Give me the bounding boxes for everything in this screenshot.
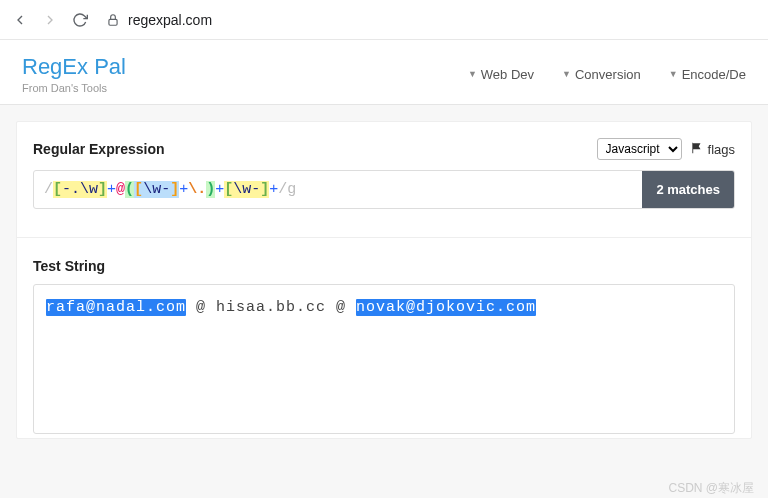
regex-delim-open: /	[44, 181, 53, 198]
divider	[17, 237, 751, 238]
test-text: @ hisaa.bb.cc @	[186, 299, 356, 316]
back-icon[interactable]	[12, 12, 28, 28]
main-panel: Regular Expression Javascript flags / [-…	[16, 121, 752, 439]
caret-down-icon: ▼	[669, 69, 678, 79]
tok-charclass: \w-	[233, 181, 260, 198]
tok-group-close: )	[206, 181, 215, 198]
tok-bracket-open: [	[134, 181, 143, 198]
svg-rect-0	[109, 19, 117, 25]
tok-bracket-open: [	[224, 181, 233, 198]
regex-controls: Javascript flags	[597, 138, 735, 160]
forward-icon[interactable]	[42, 12, 58, 28]
tok-charclass: -.\w	[62, 181, 98, 198]
caret-down-icon: ▼	[468, 69, 477, 79]
regex-flag: g	[287, 181, 296, 198]
tok-bracket-close: ]	[98, 181, 107, 198]
nav-conversion[interactable]: ▼Conversion	[562, 67, 641, 82]
caret-down-icon: ▼	[562, 69, 571, 79]
tok-escape-dot: \.	[188, 181, 206, 198]
tok-quantifier: +	[107, 181, 116, 198]
nav-encode[interactable]: ▼Encode/De	[669, 67, 746, 82]
tok-literal-at: @	[116, 181, 125, 198]
test-string-input[interactable]: rafa@nadal.com @ hisaa.bb.cc @ novak@djo…	[33, 284, 735, 434]
regex-title: Regular Expression	[33, 141, 165, 157]
test-section-head: Test String	[33, 258, 735, 274]
lock-icon	[106, 13, 120, 27]
tok-group-open: (	[125, 181, 134, 198]
logo-block[interactable]: RegEx Pal From Dan's Tools	[22, 54, 126, 94]
tok-bracket-open: [	[53, 181, 62, 198]
url-bar[interactable]: regexpal.com	[102, 12, 756, 28]
tok-charclass: \w-	[143, 181, 170, 198]
tok-quantifier: +	[179, 181, 188, 198]
top-nav: ▼Web Dev ▼Conversion ▼Encode/De	[468, 67, 746, 82]
tok-quantifier: +	[269, 181, 278, 198]
flags-toggle[interactable]: flags	[690, 141, 735, 158]
matches-badge[interactable]: 2 matches	[642, 171, 734, 208]
regex-delim-close: /	[278, 181, 287, 198]
regex-row: / [-.\w] + @ ([\w-]+\.) + [\w-] + /g 2 m…	[33, 170, 735, 209]
regex-section-head: Regular Expression Javascript flags	[33, 138, 735, 160]
browser-toolbar: regexpal.com	[0, 0, 768, 40]
match-highlight: novak@djokovic.com	[356, 299, 536, 316]
flag-icon	[690, 141, 704, 158]
tok-quantifier: +	[215, 181, 224, 198]
match-highlight: rafa@nadal.com	[46, 299, 186, 316]
logo-text: RegEx Pal	[22, 54, 126, 80]
reload-icon[interactable]	[72, 12, 88, 28]
logo-subtitle: From Dan's Tools	[22, 82, 126, 94]
site-header: RegEx Pal From Dan's Tools ▼Web Dev ▼Con…	[0, 40, 768, 105]
tok-bracket-close: ]	[170, 181, 179, 198]
regex-input[interactable]: / [-.\w] + @ ([\w-]+\.) + [\w-] + /g	[34, 171, 642, 208]
test-title: Test String	[33, 258, 105, 274]
watermark: CSDN @寒冰屋	[668, 480, 754, 497]
flavor-select[interactable]: Javascript	[597, 138, 682, 160]
tok-bracket-close: ]	[260, 181, 269, 198]
content-area: Regular Expression Javascript flags / [-…	[0, 105, 768, 498]
nav-web-dev[interactable]: ▼Web Dev	[468, 67, 534, 82]
url-text: regexpal.com	[128, 12, 212, 28]
